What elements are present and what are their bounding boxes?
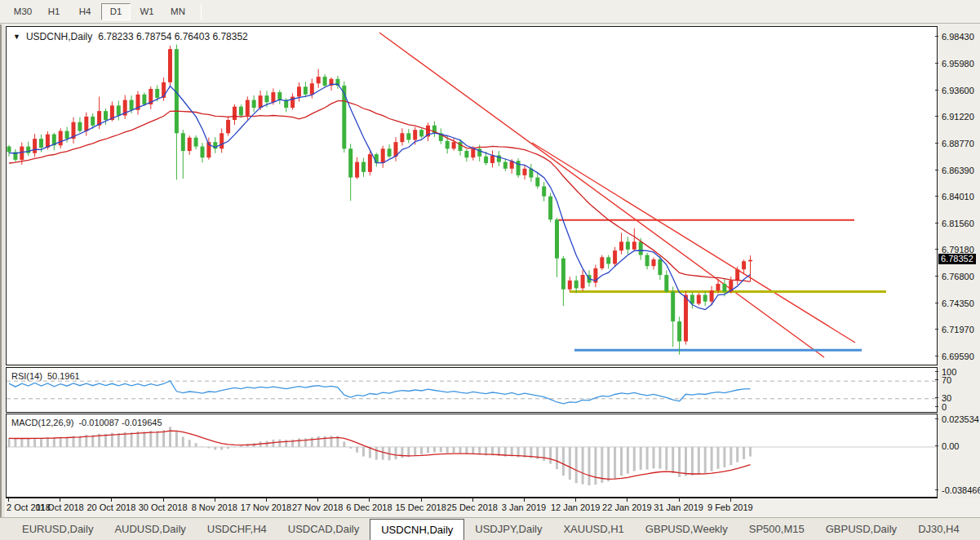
price-axis-label: 6.91220	[942, 112, 974, 122]
macd-histogram-bar	[343, 441, 345, 447]
tab-usdchf-h4[interactable]: USDCHF,H4	[197, 518, 277, 540]
macd-panel[interactable]: MACD(12,26,9) -0.010087 -0.019645	[6, 414, 938, 498]
tab-gbpusd-daily[interactable]: GBPUSD,Daily	[815, 518, 907, 540]
date-axis[interactable]: 2 Oct 201811 Oct 201820 Oct 201830 Oct 2…	[6, 498, 980, 517]
rsi-line	[9, 381, 751, 404]
date-tick	[8, 498, 9, 502]
candle-body	[33, 139, 37, 153]
candle-body	[664, 275, 668, 291]
candle-body	[342, 86, 346, 148]
candle-body	[742, 261, 746, 269]
scale-tick	[935, 116, 938, 117]
macd-histogram-bar	[214, 447, 216, 449]
scale-tick	[935, 90, 938, 91]
candle-body	[220, 133, 224, 148]
macd-axis-label: -0.038466	[942, 485, 980, 495]
macd-histogram-bar	[66, 437, 69, 447]
candle-body	[348, 148, 353, 177]
trendline-downtrend-long[interactable]	[379, 33, 824, 357]
timeframe-button-w1[interactable]: W1	[132, 3, 162, 20]
tab-eurusd-daily[interactable]: EURUSD,Daily	[11, 518, 104, 540]
timeframe-button-h4[interactable]: H4	[70, 3, 100, 20]
tab-usdjpy-daily[interactable]: USDJPY,Daily	[464, 518, 552, 540]
mt4-application: M30H1H4D1W1MN ▼ USDCNH,Daily 6.78233 6.7…	[0, 0, 980, 540]
macd-histogram-bar	[711, 447, 713, 471]
main-chart-panel[interactable]: ▼ USDCNH,Daily 6.78233 6.78754 6.76403 6…	[6, 26, 938, 365]
date-axis-label: 12 Jan 2019	[551, 502, 601, 512]
macd-histogram-bar	[143, 432, 145, 447]
macd-histogram-bar	[118, 433, 120, 447]
macd-histogram-bar	[743, 447, 745, 459]
date-axis-label: 27 Nov 2018	[292, 502, 343, 512]
scale-tick	[935, 371, 938, 372]
tab-audusd-daily[interactable]: AUDUSD,Daily	[104, 518, 196, 540]
chart-dropdown-icon[interactable]: ▼	[13, 33, 20, 41]
price-axis-label: 6.86390	[942, 166, 974, 175]
macd-histogram-bar	[272, 440, 274, 447]
macd-histogram-bar	[40, 438, 42, 447]
tab-usdcnh-daily[interactable]: USDCNH,Daily	[370, 519, 464, 540]
rsi-label: RSI(14) 50.1961	[11, 371, 80, 381]
tab-tech100-h1[interactable]: TECH100,H1	[970, 518, 980, 540]
candle-body	[703, 294, 707, 301]
timeframe-button-m30[interactable]: M30	[8, 3, 38, 20]
candle-body	[652, 259, 656, 266]
macd-histogram-bar	[27, 439, 29, 447]
candle-body	[246, 100, 250, 116]
tab-xauusd-h1[interactable]: XAUUSD,H1	[552, 518, 634, 540]
candle-body	[600, 257, 604, 268]
timeframe-button-h1[interactable]: H1	[39, 3, 69, 20]
tab-dj30-h4[interactable]: DJ30,H4	[907, 518, 970, 540]
macd-name: MACD(12,26,9)	[11, 418, 73, 427]
candle-body	[368, 154, 372, 172]
chart-ohlc-values: 6.78233 6.78754 6.76403 6.78352	[98, 31, 248, 42]
rsi-chart	[7, 368, 937, 412]
price-scale[interactable]: 6.984306.959806.936006.912206.887706.863…	[938, 26, 980, 498]
macd-histogram-bar	[156, 431, 158, 447]
date-axis-label: 25 Dec 2018	[447, 502, 498, 512]
candle-body	[542, 186, 546, 196]
scale-tick	[935, 170, 938, 170]
macd-histogram-bar	[149, 431, 152, 447]
candle-body	[65, 131, 69, 139]
macd-histogram-bar	[240, 446, 242, 447]
tab-gbpusd-weekly[interactable]: GBPUSD,Weekly	[635, 518, 738, 540]
rsi-panel[interactable]: RSI(14) 50.1961	[6, 367, 938, 413]
price-axis-label: 6.81560	[942, 219, 974, 228]
candle-body	[710, 290, 714, 302]
date-tick	[679, 498, 680, 502]
price-axis-label: 6.84010	[942, 192, 974, 201]
macd-histogram-bar	[278, 440, 281, 447]
macd-histogram-bar	[131, 432, 133, 447]
macd-histogram-bar	[47, 437, 49, 447]
macd-histogram-bar	[14, 439, 16, 447]
candle-body	[194, 138, 198, 147]
macd-histogram-bar	[227, 447, 229, 449]
trendline-downtrend-short[interactable]	[532, 143, 855, 343]
date-tick	[421, 498, 422, 502]
price-axis-label: 6.76800	[942, 272, 974, 281]
candle-body	[606, 257, 610, 263]
macd-histogram-bar	[601, 447, 603, 483]
scale-tick	[935, 223, 938, 224]
tab-usdcad-daily[interactable]: USDCAD,Daily	[277, 518, 370, 540]
candle-body	[503, 162, 508, 169]
macd-histogram-bar	[169, 427, 171, 447]
timeframe-button-mn[interactable]: MN	[163, 3, 193, 20]
macd-histogram-bar	[729, 447, 732, 465]
candle-body	[632, 241, 636, 250]
candle-body	[613, 250, 617, 263]
tab-sp500-m15[interactable]: SP500,M15	[738, 518, 815, 540]
candle-body	[490, 155, 494, 163]
candle-body	[697, 294, 701, 303]
macd-signal-line	[9, 431, 751, 479]
candle-body	[388, 148, 392, 157]
candle-body	[277, 92, 282, 100]
candlestick-chart[interactable]	[7, 27, 937, 365]
timeframe-button-d1[interactable]: D1	[101, 3, 131, 20]
date-axis-label: 3 Jan 2019	[502, 502, 546, 512]
candle-body	[748, 260, 752, 262]
scale-tick	[935, 406, 938, 407]
macd-axis-label: 0.00	[942, 441, 959, 451]
candle-body	[78, 122, 82, 131]
